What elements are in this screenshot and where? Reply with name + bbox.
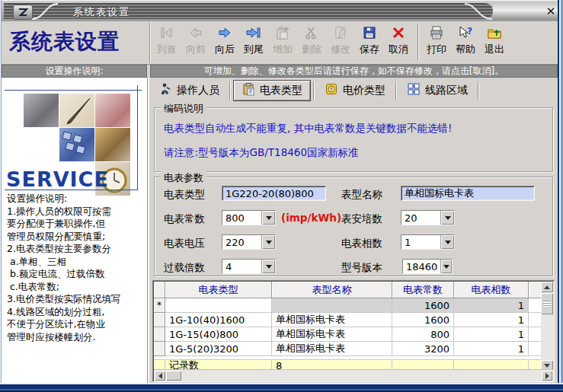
model-version-value: 18460 bbox=[403, 260, 440, 273]
photo-keyboard bbox=[59, 128, 94, 161]
chevron-down-icon bbox=[266, 241, 272, 244]
meter-constant-value: 800 bbox=[222, 211, 261, 225]
cancel-icon bbox=[391, 24, 406, 42]
print-icon bbox=[429, 24, 444, 42]
go-first-icon bbox=[159, 24, 174, 42]
go-last-icon bbox=[246, 24, 261, 42]
price-book-icon bbox=[325, 82, 338, 98]
toolbar-button-label: 取消 bbox=[389, 43, 408, 55]
dropdown-button[interactable] bbox=[440, 211, 454, 225]
toolbar-separator bbox=[417, 24, 419, 61]
ampere-select[interactable]: 20 bbox=[401, 210, 455, 225]
photo-pen bbox=[59, 94, 94, 127]
voltage-value: 220 bbox=[222, 235, 261, 249]
chevron-down-icon bbox=[266, 216, 272, 220]
tab-price-type[interactable]: 电价类型 bbox=[317, 81, 393, 100]
column-header[interactable]: 电表常数 bbox=[392, 282, 454, 298]
help-icon: ? bbox=[458, 24, 473, 42]
toolbar-button-delete: 删除 bbox=[297, 24, 326, 62]
meter-params-group-title: 电表参数 bbox=[161, 171, 206, 185]
column-header[interactable]: 电表类型 bbox=[165, 282, 272, 298]
dropdown-button[interactable] bbox=[440, 235, 454, 249]
dropdown-button[interactable] bbox=[261, 211, 275, 225]
tab-label: 线路区域 bbox=[425, 84, 468, 97]
save-icon bbox=[362, 24, 377, 42]
toolbar-button-exit[interactable]: 退出 bbox=[480, 24, 509, 62]
voltage-select[interactable]: 220 bbox=[222, 234, 276, 250]
toolbar-button-label: 退出 bbox=[485, 43, 504, 55]
toolbar-button-label: 保存 bbox=[360, 43, 379, 55]
overload-value: 4 bbox=[222, 260, 261, 273]
meter-type-input[interactable]: 1G220-20(80)800 bbox=[222, 186, 326, 201]
toolbar-button-cancel[interactable]: 取消 bbox=[384, 24, 413, 62]
meter-clipboard-icon bbox=[242, 82, 255, 98]
left-info-panel: SERVICE 设置操作说明: 1.操作人员的权限可按需 要分配便于兼职操作,但… bbox=[2, 78, 147, 384]
phases-label: 电表相数 bbox=[341, 237, 382, 250]
page-title: 系统表设置 bbox=[9, 27, 146, 56]
window-border-bottom bbox=[0, 383, 563, 392]
phases-value: 1 bbox=[401, 235, 440, 249]
close-icon[interactable]: ✕ bbox=[542, 4, 559, 19]
scroll-right-button[interactable] bbox=[542, 371, 552, 381]
table-row[interactable]: 1G-5(20)3200 单相国标电卡表 3200 1 bbox=[154, 342, 542, 356]
toolbar-button-label: 打印 bbox=[427, 43, 446, 55]
exit-icon bbox=[487, 24, 502, 42]
scroll-left-button[interactable] bbox=[155, 371, 165, 381]
dropdown-button[interactable] bbox=[261, 260, 275, 273]
scroll-up-button[interactable] bbox=[541, 282, 553, 292]
meter-constant-label: 电表常数 bbox=[164, 212, 205, 226]
dropdown-button[interactable] bbox=[440, 260, 452, 273]
decor-line bbox=[5, 90, 142, 91]
toolbar-button-add: 增加 bbox=[268, 24, 297, 62]
tabbar: 操作人员 电表类型 电价类型 线路区域 bbox=[151, 80, 558, 100]
message-bar: 可增加、删除、修改各类型后请进行保存，如不保存修改，请点击[取消]。 bbox=[150, 65, 558, 78]
tab-line-area[interactable]: 线路区域 bbox=[399, 81, 475, 100]
meter-constant-select[interactable]: 800 bbox=[222, 210, 276, 225]
notice-group-title: 编码说明 bbox=[161, 102, 206, 116]
toolbar-button-go-last[interactable]: 到尾 bbox=[239, 24, 268, 62]
tab-separator bbox=[313, 81, 315, 100]
toolbar-button-help[interactable]: ? 帮助 bbox=[451, 24, 480, 62]
chevron-down-icon bbox=[445, 216, 451, 220]
tab-separator bbox=[395, 81, 397, 100]
chevron-down-icon bbox=[445, 241, 451, 244]
horizontal-scrollbar[interactable] bbox=[154, 369, 553, 381]
window-border-left bbox=[0, 0, 2, 392]
phases-select[interactable]: 1 bbox=[401, 234, 455, 250]
add-icon bbox=[275, 24, 290, 42]
toolbar-button-label: 到首 bbox=[157, 43, 177, 55]
voltage-label: 电表电压 bbox=[164, 237, 205, 250]
tab-meter-type[interactable]: 电表类型 bbox=[233, 80, 311, 101]
table-row[interactable]: 1G-15(40)800 单相国标电卡表 800 1 bbox=[154, 327, 542, 342]
delete-icon bbox=[304, 24, 319, 42]
column-header[interactable]: 表型名称 bbox=[272, 282, 392, 298]
overload-select[interactable]: 4 bbox=[222, 259, 276, 274]
photo-metal-tool bbox=[24, 94, 59, 127]
window-border-right bbox=[558, 0, 563, 392]
meter-constant-unit: (imp/kWh) bbox=[281, 212, 341, 224]
vertical-scroll-thumb[interactable] bbox=[541, 293, 553, 314]
horizontal-scroll-thumb[interactable] bbox=[166, 371, 181, 381]
dropdown-button[interactable] bbox=[261, 235, 275, 249]
table-row-new[interactable]: * 1600 1 bbox=[154, 298, 542, 313]
toolbar-button-go-next[interactable]: 向后 bbox=[210, 24, 239, 62]
go-next-icon bbox=[217, 24, 232, 42]
column-header[interactable]: 电表相数 bbox=[454, 282, 529, 298]
decor-line bbox=[5, 190, 137, 190]
decor-line bbox=[137, 85, 138, 190]
toolbar-button-print[interactable]: 打印 bbox=[422, 24, 451, 62]
table-row[interactable]: 1G-10(40)1600 单相国标电卡表 1600 1 bbox=[154, 313, 542, 327]
modify-icon bbox=[333, 24, 348, 42]
vertical-scrollbar[interactable] bbox=[541, 282, 553, 371]
panel-separator bbox=[147, 78, 149, 384]
model-version-select[interactable]: 18460 bbox=[402, 259, 453, 274]
toolbar-button-label: 向后 bbox=[215, 43, 235, 55]
ampere-label: 表安培数 bbox=[341, 212, 382, 226]
notice-line-1: 电表类型自动生成不能重复, 其中电表常数是关键数据不能选错! bbox=[164, 122, 453, 135]
tab-operators[interactable]: 操作人员 bbox=[151, 81, 227, 100]
notice-groupbox: 编码说明 电表类型自动生成不能重复, 其中电表常数是关键数据不能选错! 请注意:… bbox=[154, 107, 553, 172]
chevron-down-icon bbox=[266, 265, 272, 269]
tab-separator bbox=[229, 81, 231, 100]
toolbar-button-save[interactable]: 保存 bbox=[355, 24, 384, 62]
model-name-input[interactable]: 单相国标电卡表 bbox=[401, 186, 535, 201]
